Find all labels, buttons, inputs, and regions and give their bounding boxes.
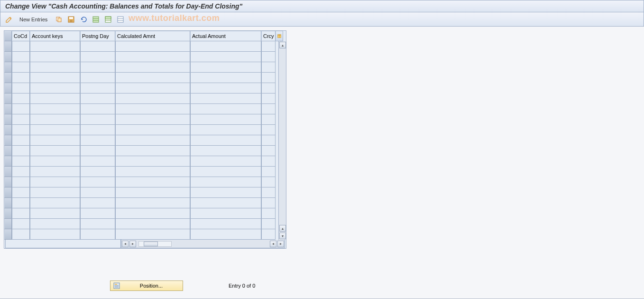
table-row[interactable] — [4, 83, 286, 93]
cell-crcy[interactable] — [261, 52, 276, 62]
cell-account-keys[interactable] — [30, 167, 80, 177]
column-header-account-keys[interactable]: Account keys — [30, 31, 80, 41]
table-row[interactable] — [4, 177, 286, 187]
cell-account-keys[interactable] — [30, 125, 80, 135]
cell-crcy[interactable] — [261, 187, 276, 198]
row-selector[interactable] — [4, 83, 12, 93]
cell-actual-amount[interactable] — [190, 125, 261, 135]
cell-actual-amount[interactable] — [190, 83, 261, 93]
table-row[interactable] — [4, 125, 286, 135]
cell-actual-amount[interactable] — [190, 93, 261, 104]
table-row[interactable] — [4, 104, 286, 114]
cell-postng-day[interactable] — [80, 114, 115, 125]
cell-account-keys[interactable] — [30, 146, 80, 156]
table-row[interactable] — [4, 62, 286, 73]
cell-postng-day[interactable] — [80, 167, 115, 177]
row-selector[interactable] — [4, 114, 12, 125]
cell-account-keys[interactable] — [30, 41, 80, 52]
cell-postng-day[interactable] — [80, 146, 115, 156]
v-scroll-track[interactable] — [279, 49, 286, 224]
cell-postng-day[interactable] — [80, 198, 115, 208]
cell-cocd[interactable] — [12, 219, 30, 229]
position-button[interactable]: Position... — [110, 280, 183, 291]
row-selector[interactable] — [4, 177, 12, 187]
cell-cocd[interactable] — [12, 156, 30, 167]
cell-account-keys[interactable] — [30, 114, 80, 125]
cell-account-keys[interactable] — [30, 229, 80, 240]
cell-actual-amount[interactable] — [190, 167, 261, 177]
cell-calculated-amnt[interactable] — [115, 156, 190, 167]
row-selector[interactable] — [4, 52, 12, 62]
table-row[interactable] — [4, 208, 286, 219]
cell-crcy[interactable] — [261, 146, 276, 156]
cell-calculated-amnt[interactable] — [115, 135, 190, 146]
cell-cocd[interactable] — [12, 177, 30, 187]
cell-cocd[interactable] — [12, 125, 30, 135]
cell-calculated-amnt[interactable] — [115, 62, 190, 73]
cell-postng-day[interactable] — [80, 229, 115, 240]
table-row[interactable] — [4, 198, 286, 208]
table-config-button[interactable] — [276, 31, 283, 41]
cell-account-keys[interactable] — [30, 93, 80, 104]
cell-actual-amount[interactable] — [190, 41, 261, 52]
cell-crcy[interactable] — [261, 198, 276, 208]
table-row[interactable] — [4, 114, 286, 125]
cell-calculated-amnt[interactable] — [115, 114, 190, 125]
h-scroll-track[interactable] — [138, 241, 172, 247]
cell-crcy[interactable] — [261, 156, 276, 167]
cell-account-keys[interactable] — [30, 52, 80, 62]
row-selector[interactable] — [4, 135, 12, 146]
cell-crcy[interactable] — [261, 93, 276, 104]
cell-cocd[interactable] — [12, 229, 30, 240]
cell-postng-day[interactable] — [80, 187, 115, 198]
row-selector[interactable] — [4, 229, 12, 240]
cell-actual-amount[interactable] — [190, 156, 261, 167]
cell-calculated-amnt[interactable] — [115, 73, 190, 83]
cell-account-keys[interactable] — [30, 208, 80, 219]
cell-actual-amount[interactable] — [190, 187, 261, 198]
scroll-right-icon[interactable]: ◂ — [270, 241, 276, 247]
cell-postng-day[interactable] — [80, 156, 115, 167]
select-all-rows[interactable] — [4, 31, 12, 41]
row-selector[interactable] — [4, 156, 12, 167]
cell-crcy[interactable] — [261, 83, 276, 93]
cell-actual-amount[interactable] — [190, 198, 261, 208]
cell-account-keys[interactable] — [30, 177, 80, 187]
cell-cocd[interactable] — [12, 104, 30, 114]
cell-account-keys[interactable] — [30, 135, 80, 146]
cell-account-keys[interactable] — [30, 104, 80, 114]
table-row[interactable] — [4, 167, 286, 177]
cell-calculated-amnt[interactable] — [115, 104, 190, 114]
cell-account-keys[interactable] — [30, 198, 80, 208]
cell-postng-day[interactable] — [80, 104, 115, 114]
cell-postng-day[interactable] — [80, 41, 115, 52]
cell-postng-day[interactable] — [80, 208, 115, 219]
cell-crcy[interactable] — [261, 73, 276, 83]
row-selector[interactable] — [4, 219, 12, 229]
undo-icon[interactable] — [79, 15, 88, 24]
cell-calculated-amnt[interactable] — [115, 208, 190, 219]
row-selector[interactable] — [4, 208, 12, 219]
cell-postng-day[interactable] — [80, 177, 115, 187]
cell-postng-day[interactable] — [80, 93, 115, 104]
table-row[interactable] — [4, 135, 286, 146]
cell-actual-amount[interactable] — [190, 62, 261, 73]
cell-postng-day[interactable] — [80, 219, 115, 229]
cell-crcy[interactable] — [261, 125, 276, 135]
cell-actual-amount[interactable] — [190, 219, 261, 229]
row-selector[interactable] — [4, 187, 12, 198]
cell-crcy[interactable] — [261, 104, 276, 114]
save-icon[interactable] — [66, 15, 76, 24]
scroll-down-icon[interactable]: ▾ — [279, 233, 286, 239]
table-row[interactable] — [4, 187, 286, 198]
select-all-icon[interactable] — [91, 15, 101, 24]
edit-icon[interactable] — [4, 15, 14, 24]
cell-crcy[interactable] — [261, 167, 276, 177]
h-scroll-thumb[interactable] — [144, 242, 158, 246]
cell-postng-day[interactable] — [80, 135, 115, 146]
cell-calculated-amnt[interactable] — [115, 52, 190, 62]
cell-account-keys[interactable] — [30, 62, 80, 73]
row-selector[interactable] — [4, 167, 12, 177]
cell-crcy[interactable] — [261, 62, 276, 73]
table-row[interactable] — [4, 93, 286, 104]
